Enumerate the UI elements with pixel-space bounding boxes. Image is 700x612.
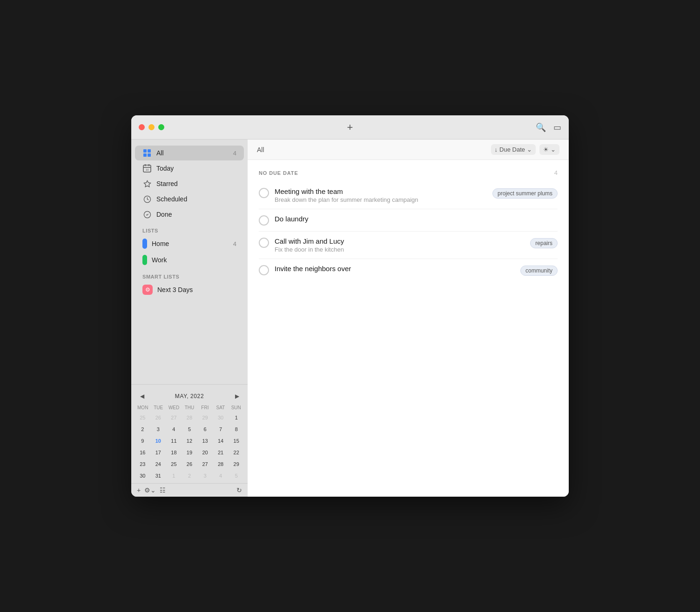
checkmark-icon [142,210,152,219]
calendar-day-jun3[interactable]: 3 [200,470,211,481]
calendar-day-21[interactable]: 21 [215,447,226,458]
calendar-day-16[interactable]: 16 [137,447,148,458]
sidebar-item-today-label: Today [156,165,236,172]
sort-label: Due Date [499,146,525,153]
calendar-day-apr25[interactable]: 25 [137,412,148,423]
calendar-day-names: MON TUE WED THU FRI SAT SUN [135,404,244,411]
settings-button[interactable]: ⚙⌄ [144,486,156,494]
calendar-day-23[interactable]: 23 [137,459,148,470]
task-1-content: Meeting with the team Break down the pla… [275,187,487,203]
sidebar-item-home[interactable]: Home 4 [135,236,244,252]
filter-button[interactable]: ☀ ⌄ [539,144,559,155]
panel-title: All [257,146,264,153]
task-item-2: Do laundry [259,209,558,232]
task-3-checkbox[interactable] [259,238,269,248]
calendar-day-25[interactable]: 25 [168,459,179,470]
sidebar-item-all[interactable]: All 4 [135,146,244,160]
sidebar-item-home-count: 4 [233,240,236,247]
calendar-day-5[interactable]: 5 [184,424,195,435]
clock-icon [142,194,152,204]
calendar-day-7[interactable]: 7 [215,424,226,435]
task-1-checkbox[interactable] [259,188,269,198]
sidebar-item-today[interactable]: 10 Today [135,161,244,176]
titlebar-actions: 🔍 ▭ [536,122,561,133]
minimize-button[interactable] [148,124,155,130]
task-1-subtitle: Break down the plan for summer marketing… [275,196,487,203]
day-sun: SUN [229,404,244,411]
task-2-checkbox[interactable] [259,215,269,226]
calendar-day-jun5[interactable]: 5 [231,470,242,481]
calendar-next-button[interactable]: ▶ [232,391,242,401]
calendar-day-jun4[interactable]: 4 [215,470,226,481]
sidebar-item-done[interactable]: Done [135,207,244,222]
calendar-day-24[interactable]: 24 [153,459,164,470]
task-3-tag[interactable]: repairs [530,238,558,248]
calendar-day-15[interactable]: 15 [231,435,242,446]
sidebar-toggle-icon[interactable]: ▭ [553,122,561,133]
close-button[interactable] [139,124,145,130]
calendar-day-18[interactable]: 18 [168,447,179,458]
calendar-day-apr30[interactable]: 30 [215,412,226,423]
calendar-day-apr29[interactable]: 29 [200,412,211,423]
task-4-title[interactable]: Invite the neighbors over [275,265,515,273]
search-icon[interactable]: 🔍 [536,122,546,133]
day-mon: MON [135,404,150,411]
right-panel: All ↓ Due Date ⌄ ☀ ⌄ [248,140,569,497]
task-1-tag[interactable]: project summer plums [492,188,558,199]
calendar-day-2[interactable]: 2 [137,424,148,435]
sidebar-item-next3days[interactable]: ⚙ Next 3 Days [135,282,244,298]
calendar-day-26[interactable]: 26 [184,459,195,470]
calendar-day-22[interactable]: 22 [231,447,242,458]
calendar-day-20[interactable]: 20 [200,447,211,458]
calendar-day-30[interactable]: 30 [137,470,148,481]
task-2-content: Do laundry [275,215,558,224]
task-4-checkbox[interactable] [259,265,269,275]
calendar-day-jun1[interactable]: 1 [168,470,179,481]
calendar-day-27[interactable]: 27 [200,459,211,470]
calendar-day-17[interactable]: 17 [153,447,164,458]
task-4-tag[interactable]: community [520,266,558,276]
calendar-day-1[interactable]: 1 [231,412,242,423]
sidebar-item-work[interactable]: Work [135,252,244,268]
calendar-day-6[interactable]: 6 [200,424,211,435]
calendar-section: ◀ MAY, 2022 ▶ MON TUE WED THU FRI SAT SU… [131,384,248,497]
svg-rect-3 [148,153,151,157]
calendar-day-8[interactable]: 8 [231,424,242,435]
task-1-title[interactable]: Meeting with the team [275,187,487,195]
new-item-button[interactable]: + [347,121,353,133]
calendar-day-14[interactable]: 14 [215,435,226,446]
sidebar-item-starred-label: Starred [156,180,236,187]
sidebar-item-starred[interactable]: Starred [135,176,244,191]
calendar-day-4[interactable]: 4 [168,424,179,435]
svg-rect-0 [143,149,147,153]
task-3-title[interactable]: Call with Jim and Lucy [275,237,525,245]
calendar-day-11[interactable]: 11 [168,435,179,446]
grid-view-button[interactable]: ☷ [160,486,166,494]
calendar-day-9[interactable]: 9 [137,435,148,446]
calendar-icon: 10 [142,164,152,173]
calendar-day-31[interactable]: 31 [153,470,164,481]
calendar-day-12[interactable]: 12 [184,435,195,446]
sidebar-top: All 4 10 Today [131,140,248,384]
sidebar-item-scheduled[interactable]: Scheduled [135,192,244,206]
calendar-prev-button[interactable]: ◀ [137,391,147,401]
task-2-title[interactable]: Do laundry [275,215,558,223]
calendar-day-apr26[interactable]: 26 [153,412,164,423]
calendar-day-apr27[interactable]: 27 [168,412,179,423]
day-fri: FRI [197,404,213,411]
refresh-button[interactable]: ↻ [236,486,242,494]
calendar-day-19[interactable]: 19 [184,447,195,458]
calendar-day-jun2[interactable]: 2 [184,470,195,481]
calendar-day-3[interactable]: 3 [153,424,164,435]
add-task-button[interactable]: + [137,486,141,494]
maximize-button[interactable] [158,124,164,130]
calendar-day-29[interactable]: 29 [231,459,242,470]
calendar-day-10[interactable]: 10 [153,435,164,446]
sort-button[interactable]: ↓ Due Date ⌄ [491,144,536,155]
calendar-day-28[interactable]: 28 [215,459,226,470]
calendar-day-apr28[interactable]: 28 [184,412,195,423]
section-header: NO DUE DATE 4 [259,169,558,176]
sidebar-item-next3days-label: Next 3 Days [157,286,236,293]
task-item-4: Invite the neighbors over community [259,259,558,281]
calendar-day-13[interactable]: 13 [200,435,211,446]
